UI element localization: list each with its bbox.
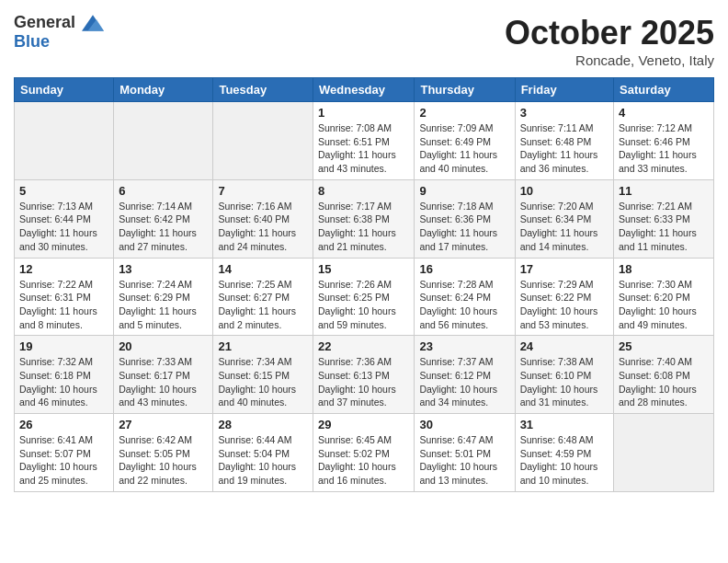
- day-number: 1: [318, 106, 409, 120]
- day-number: 8: [318, 184, 409, 198]
- day-number: 27: [119, 418, 208, 431]
- logo: General Blue: [14, 14, 104, 52]
- day-cell: 11Sunrise: 7:21 AMSunset: 6:33 PMDayligh…: [614, 179, 714, 258]
- day-info: Sunrise: 7:13 AMSunset: 6:44 PMDaylight:…: [19, 200, 108, 254]
- day-cell: [15, 102, 114, 180]
- week-row-3: 12Sunrise: 7:22 AMSunset: 6:31 PMDayligh…: [15, 258, 714, 336]
- day-info: Sunrise: 7:08 AMSunset: 6:51 PMDaylight:…: [318, 121, 409, 176]
- day-cell: [614, 414, 714, 492]
- day-number: 19: [19, 339, 108, 353]
- logo-general: General: [14, 14, 104, 32]
- day-number: 14: [218, 262, 308, 276]
- day-info: Sunrise: 7:11 AMSunset: 6:48 PMDaylight:…: [520, 121, 609, 176]
- day-info: Sunrise: 7:30 AMSunset: 6:20 PMDaylight:…: [619, 278, 709, 332]
- day-cell: 22Sunrise: 7:36 AMSunset: 6:13 PMDayligh…: [313, 336, 415, 414]
- day-info: Sunrise: 6:47 AMSunset: 5:01 PMDaylight:…: [419, 433, 509, 488]
- day-number: 30: [419, 418, 509, 431]
- day-info: Sunrise: 7:38 AMSunset: 6:10 PMDaylight:…: [520, 355, 609, 409]
- day-number: 25: [619, 339, 709, 353]
- day-number: 9: [419, 184, 509, 198]
- day-number: 29: [318, 418, 409, 431]
- day-cell: 7Sunrise: 7:16 AMSunset: 6:40 PMDaylight…: [213, 179, 313, 258]
- day-number: 13: [119, 262, 208, 276]
- calendar: SundayMondayTuesdayWednesdayThursdayFrid…: [14, 77, 714, 492]
- day-cell: 27Sunrise: 6:42 AMSunset: 5:05 PMDayligh…: [114, 414, 213, 492]
- title-block: October 2025 Roncade, Veneto, Italy: [505, 14, 714, 68]
- day-info: Sunrise: 6:45 AMSunset: 5:02 PMDaylight:…: [318, 433, 409, 488]
- day-number: 26: [19, 418, 108, 431]
- day-number: 2: [419, 106, 509, 120]
- day-cell: 28Sunrise: 6:44 AMSunset: 5:04 PMDayligh…: [213, 414, 313, 492]
- day-info: Sunrise: 7:26 AMSunset: 6:25 PMDaylight:…: [318, 278, 409, 332]
- logo-blue: Blue: [14, 32, 104, 52]
- week-row-1: 1Sunrise: 7:08 AMSunset: 6:51 PMDaylight…: [15, 102, 714, 180]
- day-number: 24: [520, 339, 609, 353]
- weekday-header-tuesday: Tuesday: [213, 78, 313, 102]
- day-info: Sunrise: 7:29 AMSunset: 6:22 PMDaylight:…: [520, 278, 609, 332]
- day-cell: 19Sunrise: 7:32 AMSunset: 6:18 PMDayligh…: [15, 336, 114, 414]
- weekday-header-row: SundayMondayTuesdayWednesdayThursdayFrid…: [15, 78, 714, 102]
- day-info: Sunrise: 7:21 AMSunset: 6:33 PMDaylight:…: [619, 200, 709, 254]
- day-info: Sunrise: 6:41 AMSunset: 5:07 PMDaylight:…: [19, 433, 108, 488]
- day-info: Sunrise: 7:14 AMSunset: 6:42 PMDaylight:…: [119, 200, 208, 254]
- day-number: 3: [520, 106, 609, 120]
- weekday-header-friday: Friday: [515, 78, 613, 102]
- day-info: Sunrise: 7:24 AMSunset: 6:29 PMDaylight:…: [119, 278, 208, 332]
- day-cell: 23Sunrise: 7:37 AMSunset: 6:12 PMDayligh…: [415, 336, 515, 414]
- day-cell: 14Sunrise: 7:25 AMSunset: 6:27 PMDayligh…: [213, 258, 313, 336]
- day-info: Sunrise: 7:17 AMSunset: 6:38 PMDaylight:…: [318, 200, 409, 254]
- day-number: 31: [520, 418, 609, 431]
- day-info: Sunrise: 7:20 AMSunset: 6:34 PMDaylight:…: [520, 200, 609, 254]
- day-number: 22: [318, 339, 409, 353]
- day-cell: 13Sunrise: 7:24 AMSunset: 6:29 PMDayligh…: [114, 258, 213, 336]
- day-info: Sunrise: 7:16 AMSunset: 6:40 PMDaylight:…: [218, 200, 308, 254]
- day-cell: 2Sunrise: 7:09 AMSunset: 6:49 PMDaylight…: [415, 102, 515, 180]
- day-info: Sunrise: 7:12 AMSunset: 6:46 PMDaylight:…: [619, 121, 709, 176]
- day-cell: 18Sunrise: 7:30 AMSunset: 6:20 PMDayligh…: [614, 258, 714, 336]
- day-number: 6: [119, 184, 208, 198]
- weekday-header-sunday: Sunday: [15, 78, 114, 102]
- day-cell: 31Sunrise: 6:48 AMSunset: 4:59 PMDayligh…: [515, 414, 613, 492]
- day-info: Sunrise: 6:44 AMSunset: 5:04 PMDaylight:…: [218, 433, 308, 488]
- day-number: 20: [119, 339, 208, 353]
- day-cell: 15Sunrise: 7:26 AMSunset: 6:25 PMDayligh…: [313, 258, 415, 336]
- day-cell: [213, 102, 313, 180]
- header: General Blue October 2025 Roncade, Venet…: [14, 14, 714, 68]
- week-row-4: 19Sunrise: 7:32 AMSunset: 6:18 PMDayligh…: [15, 336, 714, 414]
- day-number: 21: [218, 339, 308, 353]
- day-number: 18: [619, 262, 709, 276]
- day-info: Sunrise: 7:09 AMSunset: 6:49 PMDaylight:…: [419, 121, 509, 176]
- day-info: Sunrise: 7:37 AMSunset: 6:12 PMDaylight:…: [419, 355, 509, 409]
- day-number: 11: [619, 184, 709, 198]
- day-cell: [114, 102, 213, 180]
- weekday-header-thursday: Thursday: [415, 78, 515, 102]
- day-cell: 17Sunrise: 7:29 AMSunset: 6:22 PMDayligh…: [515, 258, 613, 336]
- day-cell: 16Sunrise: 7:28 AMSunset: 6:24 PMDayligh…: [415, 258, 515, 336]
- day-info: Sunrise: 7:36 AMSunset: 6:13 PMDaylight:…: [318, 355, 409, 409]
- day-number: 4: [619, 106, 709, 120]
- location: Roncade, Veneto, Italy: [505, 52, 714, 68]
- page: General Blue October 2025 Roncade, Venet…: [0, 0, 728, 506]
- day-cell: 21Sunrise: 7:34 AMSunset: 6:15 PMDayligh…: [213, 336, 313, 414]
- day-info: Sunrise: 7:28 AMSunset: 6:24 PMDaylight:…: [419, 278, 509, 332]
- day-info: Sunrise: 7:33 AMSunset: 6:17 PMDaylight:…: [119, 355, 208, 409]
- day-info: Sunrise: 6:48 AMSunset: 4:59 PMDaylight:…: [520, 433, 609, 488]
- day-number: 17: [520, 262, 609, 276]
- day-number: 15: [318, 262, 409, 276]
- day-cell: 1Sunrise: 7:08 AMSunset: 6:51 PMDaylight…: [313, 102, 415, 180]
- day-number: 12: [19, 262, 108, 276]
- day-info: Sunrise: 6:42 AMSunset: 5:05 PMDaylight:…: [119, 433, 208, 488]
- day-cell: 25Sunrise: 7:40 AMSunset: 6:08 PMDayligh…: [614, 336, 714, 414]
- day-number: 16: [419, 262, 509, 276]
- day-cell: 8Sunrise: 7:17 AMSunset: 6:38 PMDaylight…: [313, 179, 415, 258]
- day-info: Sunrise: 7:40 AMSunset: 6:08 PMDaylight:…: [619, 355, 709, 409]
- day-cell: 4Sunrise: 7:12 AMSunset: 6:46 PMDaylight…: [614, 102, 714, 180]
- day-number: 23: [419, 339, 509, 353]
- day-cell: 12Sunrise: 7:22 AMSunset: 6:31 PMDayligh…: [15, 258, 114, 336]
- day-cell: 20Sunrise: 7:33 AMSunset: 6:17 PMDayligh…: [114, 336, 213, 414]
- day-info: Sunrise: 7:25 AMSunset: 6:27 PMDaylight:…: [218, 278, 308, 332]
- day-cell: 9Sunrise: 7:18 AMSunset: 6:36 PMDaylight…: [415, 179, 515, 258]
- day-number: 28: [218, 418, 308, 431]
- week-row-2: 5Sunrise: 7:13 AMSunset: 6:44 PMDaylight…: [15, 179, 714, 258]
- day-cell: 24Sunrise: 7:38 AMSunset: 6:10 PMDayligh…: [515, 336, 613, 414]
